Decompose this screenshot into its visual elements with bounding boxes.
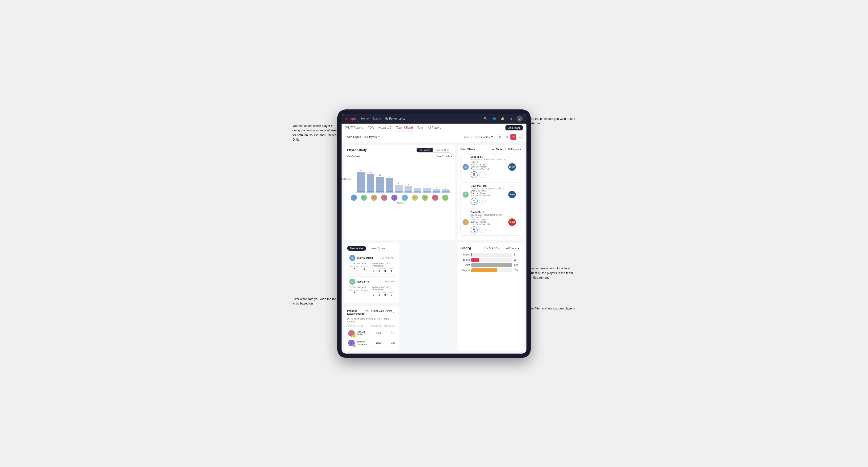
chart-dropdown[interactable]: Total Rounds ▾ bbox=[436, 155, 452, 158]
shot-badge-0: 200 SG bbox=[508, 163, 516, 171]
putt-stat-0: PUTT 1 bbox=[389, 268, 394, 272]
bar-0[interactable] bbox=[357, 172, 365, 192]
scoring-filter-2[interactable]: All Players ▾ bbox=[504, 246, 521, 250]
player-avatar-1[interactable]: R bbox=[361, 195, 367, 201]
active-tabs: Most Active Least Active bbox=[347, 246, 396, 251]
on-course-toggle[interactable]: On Course bbox=[416, 148, 433, 152]
tab-all-players[interactable]: All Players bbox=[428, 124, 441, 132]
scoring-bar-fill-0 bbox=[471, 253, 472, 257]
bell-icon[interactable]: 🔔 bbox=[500, 116, 506, 122]
tournament-stat-0: Tournament 7 bbox=[349, 265, 359, 270]
scoring-bar-row-1: Birdies 96 bbox=[460, 258, 521, 262]
list-view-button[interactable]: ☰ bbox=[517, 134, 523, 140]
player-avatar-9[interactable]: L bbox=[442, 195, 448, 201]
bar-8[interactable] bbox=[433, 189, 440, 192]
shot-stat-yds-0: 67yds bbox=[470, 171, 478, 178]
player-avatar-7[interactable]: M bbox=[422, 195, 428, 201]
bar-3[interactable] bbox=[385, 178, 393, 192]
least-active-tab[interactable]: Least Active bbox=[368, 246, 388, 251]
leaderboard-row-1[interactable]: E 2 Edward Crossman 18/20 107 bbox=[347, 338, 396, 348]
top-nav: clippd Home Teams My Performance 🔍 👥 🔔 ⊕… bbox=[342, 114, 526, 124]
tab-hcaps[interactable]: Hcaps 1-5 bbox=[378, 124, 391, 132]
lb-pb-score-1: 18/20 bbox=[370, 342, 381, 344]
best-shots-title: Best Shots bbox=[460, 148, 489, 151]
most-active-tab[interactable]: Most Active bbox=[347, 246, 366, 251]
active-stats-row-1: Total Rounds Tournament 8 Practice 4 Tot… bbox=[349, 286, 394, 296]
shot-player-name-2: David Ford bbox=[470, 211, 506, 214]
view-toggles: ⊞ ⊟ ♥ ☰ bbox=[497, 134, 523, 140]
bar-5[interactable] bbox=[404, 186, 412, 192]
bar-group-9: 2 bbox=[442, 187, 450, 192]
nav-my-performance[interactable]: My Performance bbox=[385, 116, 405, 121]
shot-card-1[interactable]: B Blair McHarg 23 Jul 2023 · Ashridge GC… bbox=[460, 182, 521, 207]
app-logo: clippd bbox=[345, 117, 356, 121]
player-avatar-2[interactable]: D bbox=[371, 195, 377, 201]
show-dropdown[interactable]: Last 3 months Last 6 months Last year bbox=[471, 135, 495, 139]
practice-leaderboards-panel: Practice Leaderboards PUTT Must Make Put… bbox=[344, 306, 399, 351]
practice-activities-title-0: Total Practice Activities bbox=[372, 262, 394, 267]
scoring-bar-value-2: 499 bbox=[514, 264, 521, 266]
practice-drills-toggle[interactable]: Practice Drills bbox=[433, 148, 452, 152]
player-avatar-6[interactable]: R bbox=[412, 195, 418, 201]
active-player-card-1[interactable]: R Rees Britt 02 Sep 2023 Total Rounds To… bbox=[347, 276, 396, 299]
active-player-card-0[interactable]: B Blair McHarg 26 Aug 2023 Total Rounds … bbox=[347, 253, 396, 275]
shot-card-2[interactable]: D David Ford 24 Aug 2023 · Royal North D… bbox=[460, 209, 521, 236]
leaderboard-row-0[interactable]: R 1 Richard Butler 19/20 110 bbox=[347, 329, 396, 338]
bar-value-0: 13 bbox=[360, 169, 362, 172]
bar-1[interactable] bbox=[367, 174, 374, 192]
search-icon[interactable]: 🔍 bbox=[483, 116, 489, 122]
active-avatar-1: R bbox=[349, 279, 355, 285]
scoring-bar-row-2: Pars 499 bbox=[460, 263, 521, 267]
bar-7[interactable] bbox=[423, 188, 431, 192]
players-filter-chevron: ▾ bbox=[520, 148, 521, 151]
scoring-bar-value-0: 3 bbox=[514, 253, 521, 256]
nav-home[interactable]: Home bbox=[361, 116, 369, 121]
shot-stat-zero-2: 0 bbox=[479, 227, 486, 233]
add-icon[interactable]: ⊕ bbox=[508, 116, 514, 122]
grid2-view-button[interactable]: ⊟ bbox=[504, 134, 509, 140]
bar-2[interactable] bbox=[376, 177, 384, 192]
add-team-button[interactable]: Add Team bbox=[505, 125, 523, 130]
tab-pga[interactable]: PGA bbox=[368, 124, 374, 132]
all-shots-btn[interactable]: All Shots bbox=[491, 148, 503, 151]
bar-9[interactable] bbox=[442, 189, 450, 192]
scoring-filter-1[interactable]: Par 3, 4 & 5s ▾ bbox=[483, 246, 502, 250]
player-avatar-4[interactable]: E bbox=[391, 195, 398, 201]
player-avatar-3[interactable]: J bbox=[381, 195, 387, 201]
leaderboard-dropdown[interactable]: PUTT Must Make Putting ... ▾ bbox=[365, 309, 396, 316]
all-players-filter[interactable]: All Players ▾ bbox=[508, 148, 521, 151]
shot-player-info-2: David Ford 24 Aug 2023 · Royal North Dev… bbox=[470, 211, 506, 234]
scoring-panel: Scoring Par 3, 4 & 5s ▾ All Players ▾ Ea… bbox=[458, 243, 524, 351]
lb-rank-1: 2 bbox=[352, 344, 356, 347]
main-content: Player Activity On Course Practice Drill… bbox=[342, 142, 526, 353]
player-avatar-8[interactable]: E bbox=[432, 195, 438, 201]
annotation-top-right: Choose the timescale you wish to see the… bbox=[524, 117, 576, 126]
edit-team-icon[interactable]: ✏ bbox=[378, 135, 380, 138]
bar-group-5: 4 bbox=[404, 184, 412, 192]
tab-team-clippd[interactable]: Team Clippd bbox=[396, 124, 413, 132]
heart-view-button[interactable]: ♥ bbox=[510, 134, 516, 140]
users-icon[interactable]: 👥 bbox=[491, 116, 497, 122]
bar-4[interactable] bbox=[395, 185, 403, 192]
bar-value-6: 3 bbox=[417, 185, 418, 187]
shot-card-0[interactable]: M Matt Miller 09 Jun 2023 · Royal North … bbox=[460, 154, 521, 181]
bar-value-3: 9 bbox=[389, 176, 390, 178]
nav-teams[interactable]: Teams bbox=[372, 116, 381, 121]
bar-6[interactable] bbox=[414, 188, 421, 192]
lb-avg-1: 107 bbox=[383, 342, 395, 344]
player-avatar-5[interactable]: G bbox=[402, 195, 408, 201]
bar-group-4: 5 bbox=[395, 182, 403, 192]
shot-badge-1: 200 SG bbox=[508, 191, 516, 198]
active-player-header-0: B Blair McHarg 26 Aug 2023 bbox=[349, 255, 394, 261]
practice-activities-group-1: Total Practice Activities GTT 0 APP 0 AR… bbox=[372, 286, 394, 296]
tab-tour[interactable]: Tour bbox=[417, 124, 423, 132]
user-avatar[interactable]: U bbox=[517, 116, 523, 122]
player-avatar-0[interactable]: B bbox=[351, 195, 357, 201]
scoring-bars: Eagles 3 Birdies 96 Pars 499 Bogeys 315 bbox=[460, 253, 521, 272]
filter2-chevron: ▾ bbox=[518, 247, 519, 250]
grid-view-button[interactable]: ⊞ bbox=[497, 134, 503, 140]
bottom-left-panels: Practice Leaderboards PUTT Must Make Put… bbox=[344, 243, 455, 351]
y-axis-labels: 15 10 5 0 bbox=[342, 160, 343, 193]
tab-pgat-players[interactable]: PGAT Players bbox=[345, 124, 363, 132]
total-rounds-sub-0: Tournament 7 Practice 6 bbox=[349, 265, 368, 270]
